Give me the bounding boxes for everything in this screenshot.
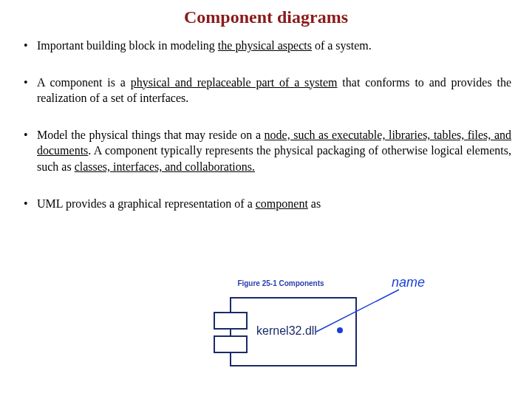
bullet-item: UML provides a graphical representation … — [21, 196, 511, 212]
text-run: as — [308, 197, 321, 210]
bullet-item: Model the physical things that may resid… — [21, 127, 511, 175]
svg-rect-2 — [214, 336, 247, 352]
bullet-list: Important building block in modeling the… — [21, 38, 511, 211]
underline-run: the physical aspects — [218, 39, 312, 52]
slide: Component diagrams Important building bl… — [0, 0, 532, 399]
uml-component-icon: kernel32.dll — [200, 292, 362, 373]
svg-point-3 — [337, 327, 343, 333]
underline-run: physical and replaceable part of a syste… — [131, 76, 338, 89]
underline-run: component — [256, 197, 308, 210]
bullet-item: A component is a physical and replaceabl… — [21, 75, 511, 106]
figure-caption: Figure 25-1 Components — [170, 279, 392, 287]
text-run: Model the physical things that may resid… — [37, 129, 265, 141]
bullet-item: Important building block in modeling the… — [21, 38, 511, 54]
svg-rect-1 — [214, 313, 247, 329]
text-run: Important building block in modeling — [37, 39, 218, 52]
pointer-label: name — [392, 275, 425, 290]
text-run: A component is a — [37, 76, 131, 89]
text-run: UML provides a graphical representation … — [37, 197, 256, 210]
slide-title: Component diagrams — [18, 7, 514, 27]
component-text: kernel32.dll — [256, 324, 317, 337]
figure: Figure 25-1 Components kernel32.dll — [170, 279, 392, 373]
underline-run: classes, interfaces, and collaborations. — [75, 160, 255, 173]
text-run: of a system. — [312, 39, 372, 52]
